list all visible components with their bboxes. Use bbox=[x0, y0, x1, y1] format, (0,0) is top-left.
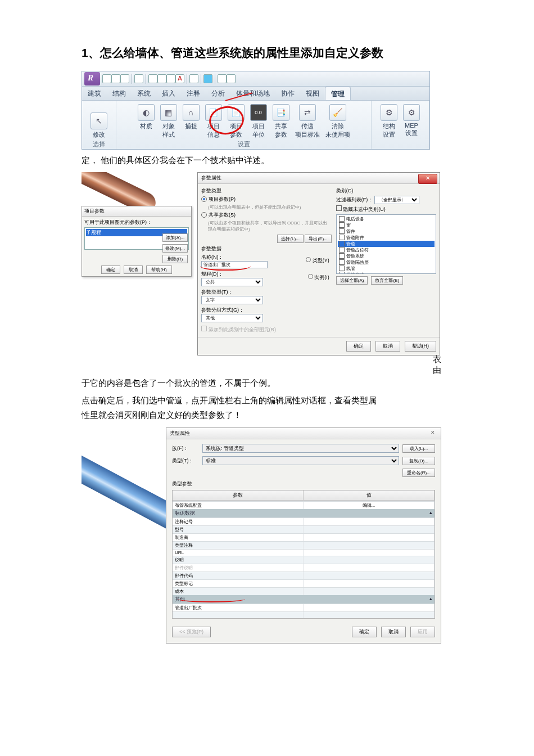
btn-10: MEP 设置 bbox=[405, 122, 418, 137]
filter-label: 过滤器列表(F)： bbox=[336, 197, 373, 202]
modify-button[interactable]: 修改(M)... bbox=[162, 244, 188, 253]
ok-button[interactable]: 确定 bbox=[101, 266, 120, 274]
btn-6: 共享 参数 bbox=[275, 122, 287, 139]
help-button[interactable]: 帮助(H) bbox=[405, 341, 437, 352]
radio-type[interactable]: 类型(Y) bbox=[313, 258, 329, 263]
param-value[interactable] bbox=[304, 580, 435, 587]
tab-system[interactable]: 系统 bbox=[132, 87, 156, 100]
btn-2: 捕捉 bbox=[185, 122, 197, 130]
cancel-button[interactable]: 取消 bbox=[124, 266, 143, 274]
family-select[interactable]: 系统族: 管道类型 bbox=[202, 444, 399, 453]
name-input[interactable] bbox=[201, 261, 268, 268]
add-button[interactable]: 添加(A)... bbox=[162, 233, 188, 242]
param-value[interactable] bbox=[304, 604, 435, 611]
cancel-button[interactable]: 取消 bbox=[381, 627, 406, 637]
export-button[interactable]: 导出(E)... bbox=[305, 235, 331, 243]
category-ident[interactable]: 标识数据▴ bbox=[173, 509, 435, 518]
parameter-properties-dialog: 参数属性 ✕ 参数类型 项目参数(P) (可以出现在明细表中，但是不能出现在标记… bbox=[197, 172, 440, 356]
delete-button[interactable]: 删除(R) bbox=[162, 255, 188, 263]
type-select[interactable]: 标准 bbox=[202, 456, 399, 465]
tab-arch[interactable]: 建筑 bbox=[82, 87, 107, 100]
rename-button[interactable]: 重命名(R)... bbox=[402, 469, 435, 477]
cursor-icon: ↖ bbox=[90, 112, 107, 129]
tab-view[interactable]: 视图 bbox=[300, 87, 325, 100]
object-styles-button[interactable]: ▦对象 样式 bbox=[159, 103, 178, 140]
project-parameters-button[interactable]: 📄项目 参数 bbox=[227, 103, 246, 140]
mep-settings-button[interactable]: ⚙MEP 设置 bbox=[402, 103, 421, 140]
param-type-select[interactable]: 文字 bbox=[201, 296, 263, 304]
dialog-titlebar: 参数属性 ✕ bbox=[198, 173, 440, 184]
cat-item[interactable]: 窗 bbox=[346, 222, 351, 228]
cat-item[interactable]: 电话设备 bbox=[346, 216, 364, 222]
modify-button[interactable]: ↖ 修改 bbox=[89, 111, 108, 140]
tab-struct[interactable]: 结构 bbox=[107, 87, 132, 100]
param-value-edit[interactable]: 编辑... bbox=[304, 502, 435, 509]
param-value[interactable] bbox=[304, 556, 435, 564]
param-value[interactable] bbox=[304, 550, 435, 556]
btn-9: 结构 设置 bbox=[383, 122, 395, 139]
cat-item[interactable]: 管道隔热层 bbox=[346, 259, 369, 266]
param-value[interactable] bbox=[304, 534, 435, 541]
materials-button[interactable]: ◐材质 bbox=[137, 103, 156, 140]
save-icon bbox=[111, 74, 120, 83]
snaps-button[interactable]: ∩捕捉 bbox=[182, 103, 201, 140]
transfer-button[interactable]: ⇄传递 项目标准 bbox=[294, 103, 321, 140]
cancel-button[interactable]: 取消 bbox=[375, 341, 400, 352]
radio-project-param[interactable]: 项目参数(P) bbox=[201, 196, 332, 203]
ok-button[interactable]: 确定 bbox=[352, 627, 377, 637]
cat-item[interactable]: 管道附件 bbox=[346, 235, 364, 241]
project-units-button[interactable]: 0.0项目 单位 bbox=[249, 103, 268, 140]
radio-instance[interactable]: 实例(I) bbox=[314, 274, 329, 280]
btn-1: 对象 样式 bbox=[162, 122, 175, 139]
preview-button[interactable]: << 预览(P) bbox=[172, 627, 211, 637]
tab-insert[interactable]: 插入 bbox=[156, 87, 181, 100]
group-settings-label: 设置 bbox=[238, 140, 250, 148]
filter-select[interactable]: 〈全部显示〉 bbox=[374, 196, 419, 204]
param-value[interactable] bbox=[304, 572, 435, 579]
param-value[interactable] bbox=[304, 588, 435, 595]
param-value[interactable] bbox=[304, 518, 435, 525]
cat-item-selected[interactable]: 管道 bbox=[346, 241, 355, 247]
parameters-grid: 参数 值 布管系统配置 布管系统配置编辑... 标识数据▴ 注释记号 型号 制造… bbox=[172, 490, 435, 619]
checkbox-icon[interactable] bbox=[336, 205, 342, 211]
param-name: 型号 bbox=[173, 526, 304, 533]
struct-settings-button[interactable]: ⚙结构 设置 bbox=[379, 103, 399, 140]
param-value[interactable] bbox=[304, 526, 435, 533]
category-list[interactable]: 电话设备 窗 管件 管道附件 管道 管道占位符 管道系统 管道隔热层 线管 线管… bbox=[336, 214, 436, 274]
project-info-button[interactable]: 📄项目 信息 bbox=[204, 103, 223, 140]
cat-item[interactable]: 管道系统 bbox=[346, 253, 364, 259]
tab-collab[interactable]: 协作 bbox=[275, 87, 300, 100]
duplicate-button[interactable]: 复制(D)... bbox=[402, 457, 435, 465]
cat-item[interactable]: 管件 bbox=[346, 228, 355, 235]
tab-annot[interactable]: 注释 bbox=[181, 87, 206, 100]
help-button[interactable]: 帮助(H) bbox=[146, 266, 171, 274]
ribbon-tabs: 建筑 结构 系统 插入 注释 分析 体量和场地 协作 视图 管理 bbox=[82, 87, 429, 101]
cat-item[interactable]: 线管 bbox=[346, 266, 355, 272]
group-select[interactable]: 其他 bbox=[201, 314, 263, 322]
ok-button[interactable]: 确定 bbox=[346, 341, 371, 352]
cat-item[interactable]: 线管管路 bbox=[346, 272, 364, 274]
tab-mass[interactable]: 体量和场地 bbox=[230, 87, 275, 100]
radio-shared-param[interactable]: 共享参数(S) bbox=[201, 212, 332, 219]
category-label: 类别(C) bbox=[336, 187, 436, 195]
close-icon[interactable]: ✕ bbox=[418, 174, 437, 184]
close-icon[interactable]: ✕ bbox=[428, 430, 437, 438]
type-params-label: 类型参数 bbox=[172, 480, 435, 488]
hide-unchecked-label: 隐藏未选中类别(U) bbox=[343, 206, 386, 212]
param-value[interactable] bbox=[304, 542, 435, 549]
cat-item[interactable]: 管道占位符 bbox=[346, 247, 369, 253]
param-name: URL bbox=[173, 550, 304, 556]
tab-manage[interactable]: 管理 bbox=[325, 87, 351, 100]
select-button[interactable]: 选择(L)... bbox=[277, 235, 303, 243]
purge-button[interactable]: 🧹清除 未使用项 bbox=[324, 103, 351, 140]
btn-7: 传递 项目标准 bbox=[295, 122, 320, 139]
category-other[interactable]: 其他▴ bbox=[173, 595, 435, 604]
select-all-button[interactable]: 选择全部(A) bbox=[336, 276, 368, 285]
apply-button[interactable]: 应用 bbox=[410, 627, 435, 637]
load-button[interactable]: 载入(L)... bbox=[402, 444, 435, 453]
tab-analyze[interactable]: 分析 bbox=[206, 87, 230, 100]
discipline-select[interactable]: 公共 bbox=[201, 278, 263, 286]
shared-params-button[interactable]: 📑共享 参数 bbox=[271, 103, 291, 140]
deselect-all-button[interactable]: 放弃全部(E) bbox=[371, 276, 403, 285]
transfer-icon: ⇄ bbox=[299, 104, 316, 121]
